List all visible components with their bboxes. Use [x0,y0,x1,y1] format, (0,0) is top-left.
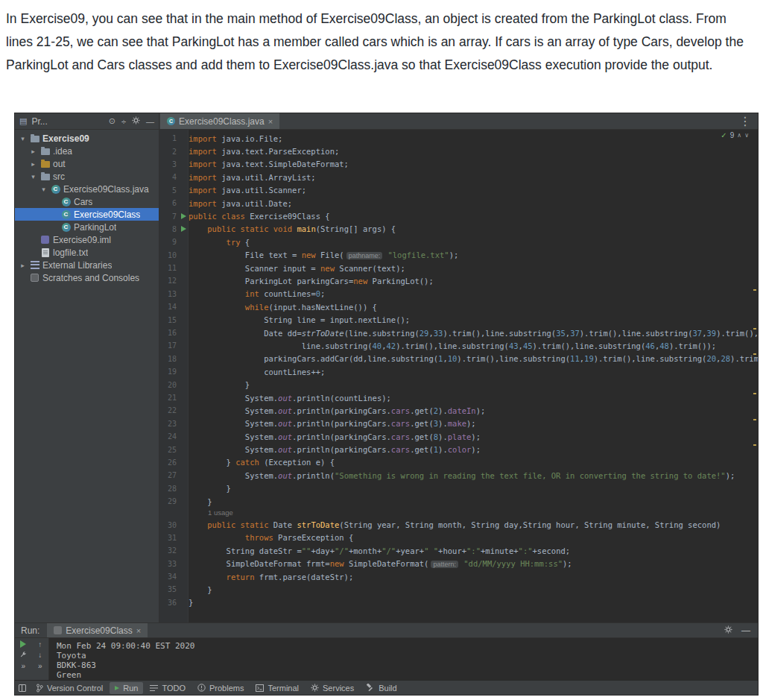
code-line-8[interactable]: 8 public static void main(String[] args)… [159,223,758,236]
code-line-34[interactable]: 34 return frmt.parse(dateStr); [159,570,758,583]
status-version-control[interactable]: Version Control [31,682,108,694]
code-editor[interactable]: ✓ 9 ∧ ∨ 1import java.io.File;2import jav… [159,130,758,622]
run-tab[interactable]: Exercise09Class × [47,623,148,637]
tree-item--idea[interactable]: ▸.idea [15,145,159,157]
tab-exercise09class-java[interactable]: C Exercise09Class.java × [160,113,279,129]
warning-stripe-mark[interactable] [753,393,756,394]
status-terminal[interactable]: Terminal [250,682,304,694]
tree-item-external-libraries[interactable]: ▸External Libraries [15,259,159,271]
scroll-to-end-icon[interactable]: » [21,662,25,670]
tree-item-src[interactable]: ▾src [15,170,159,183]
code-line-13[interactable]: 13 int countLines=0; [159,288,758,300]
tree-expand-icon[interactable]: ▸ [19,262,27,269]
code-line-19[interactable]: 19 countLines++; [159,365,758,378]
tool-windows-icon[interactable] [19,684,26,692]
code-line-15[interactable]: 15 String line = input.nextLine(); [159,313,758,326]
code-line-12[interactable]: 12 ParkingLot parkingCars=new ParkingLot… [159,274,758,287]
branch-icon [36,684,43,693]
code-line-18[interactable]: 18 parkingCars.addCar(dd,line.substring(… [159,353,758,365]
code-line-24[interactable]: 24 System.out.println(parkingCars.cars.g… [159,430,758,443]
locate-file-icon[interactable]: ⊙ [109,116,115,126]
inspections-widget[interactable]: ✓ 9 ∧ ∨ [721,131,749,139]
code-line-10[interactable]: 10 File text = new File(pathname: "logfi… [159,249,758,262]
tree-item-cars[interactable]: CCars [15,195,159,208]
rerun-icon[interactable] [20,640,26,648]
tree-expand-icon[interactable]: ▾ [29,173,37,180]
run-wrench-icon[interactable] [19,651,27,660]
run-output[interactable]: Mon Feb 24 09:00:40 EST 2020ToyotaBDKK-8… [49,638,758,680]
usage-hint[interactable]: 1 usage [159,508,758,518]
code-line-9[interactable]: 9 try { [159,236,758,248]
code-line-17[interactable]: 17 line.substring(40,42).trim(),line.sub… [159,339,758,352]
code-line-20[interactable]: 20 } [159,378,758,391]
tree-expand-icon[interactable]: ▾ [19,135,27,142]
code-line-22[interactable]: 22 System.out.println(parkingCars.cars.g… [159,404,758,417]
warning-stripe-mark[interactable] [753,353,756,355]
code-line-25[interactable]: 25 System.out.println(parkingCars.cars.g… [159,443,758,455]
status-problems[interactable]: Problems [192,682,249,694]
gutter-slot[interactable] [179,226,189,232]
code-line-35[interactable]: 35 } [159,583,758,596]
code-line-21[interactable]: 21 System.out.println(countLines); [159,391,758,404]
code-text: public static Date strToDate(String year… [189,520,758,529]
code-line-23[interactable]: 23 System.out.println(parkingCars.cars.g… [159,417,758,430]
warning-stripe-mark[interactable] [753,289,756,291]
gutter-slot[interactable] [179,213,189,219]
run-line-icon[interactable] [181,226,186,232]
tree-item-exercise09-iml[interactable]: Exercise09.iml [15,233,159,246]
hide-panel-icon[interactable]: — [146,117,154,126]
build-hammer-icon [366,684,375,692]
hide-run-panel-icon[interactable]: — [741,625,750,636]
tree-item-exercise09class-java[interactable]: ▾CExercise09Class.java [15,183,159,195]
code-line-30[interactable]: 30 public static Date strToDate(String y… [159,518,758,531]
panel-settings-gear-icon[interactable] [132,116,140,126]
next-inspection-icon[interactable]: ∨ [744,132,749,139]
code-line-32[interactable]: 32 String dateStr =""+day+"/"+month+"/"+… [159,544,758,557]
code-line-26[interactable]: 26 } catch (Exception e) { [159,456,758,469]
code-line-5[interactable]: 5import java.util.Scanner; [159,184,758,197]
code-line-4[interactable]: 4import java.util.ArrayList; [159,171,758,183]
code-line-3[interactable]: 3import java.text.SimpleDateFormat; [159,158,758,171]
down-stack-trace-icon[interactable]: ↓ [38,651,42,660]
tree-expand-icon[interactable]: ▸ [29,160,37,168]
up-stack-trace-icon[interactable]: ↑ [38,640,42,649]
run-line-icon[interactable] [181,213,186,219]
tree-expand-icon[interactable]: ▾ [39,186,48,193]
prev-inspection-icon[interactable]: ∧ [737,132,741,139]
tree-item-exercise09[interactable]: ▾Exercise09 [15,132,159,145]
tree-item-parkinglot[interactable]: CParkingLot [15,221,159,233]
code-line-14[interactable]: 14 while(input.hasNextLine()) { [159,300,758,313]
code-line-11[interactable]: 11 Scanner input = new Scanner(text); [159,262,758,274]
run-tab-close-icon[interactable]: × [136,626,141,635]
code-lines[interactable]: 1import java.io.File;2import java.text.P… [159,130,758,609]
code-line-27[interactable]: 27 System.out.println("Something is wron… [159,469,758,482]
status-services[interactable]: Services [305,682,359,694]
tree-item-exercise09class[interactable]: CExercise09Class [15,208,159,221]
code-line-2[interactable]: 2import java.text.ParseException; [159,145,758,157]
code-line-1[interactable]: 1import java.io.File; [159,132,758,145]
code-line-6[interactable]: 6import java.util.Date; [159,197,758,209]
code-line-31[interactable]: 31 throws ParseException { [159,532,758,544]
warning-stripe-mark[interactable] [753,419,756,420]
code-line-36[interactable]: 36} [159,596,758,609]
warning-stripe-mark[interactable] [753,444,756,446]
code-line-29[interactable]: 29 } [159,495,758,508]
tree-item-out[interactable]: ▸out [15,157,159,170]
run-settings-gear-icon[interactable] [724,625,732,636]
editor-more-options-icon[interactable]: ⋮ [732,113,758,129]
code-line-7[interactable]: 7public class Exercise09Class { [159,209,758,222]
code-line-28[interactable]: 28 } [159,482,758,495]
warning-stripe-mark[interactable] [753,328,756,329]
status-todo[interactable]: TODO [145,682,191,694]
tab-close-icon[interactable]: × [268,117,273,126]
tree-expand-icon[interactable]: ▸ [29,148,37,155]
collapse-all-icon[interactable]: ÷ [121,117,126,126]
status-run[interactable]: Run [110,682,143,694]
tree-item-scratches-and-consoles[interactable]: Scratches and Consoles [15,271,159,284]
line-number: 14 [159,303,179,311]
status-build[interactable]: Build [361,682,402,694]
code-line-33[interactable]: 33 SimpleDateFormat frmt=new SimpleDateF… [159,558,758,570]
code-line-16[interactable]: 16 Date dd=strToDate(line.substring(29,3… [159,327,758,339]
tree-item-logfile-txt[interactable]: logfile.txt [15,246,159,259]
more-run-actions-icon[interactable]: » [38,662,42,670]
